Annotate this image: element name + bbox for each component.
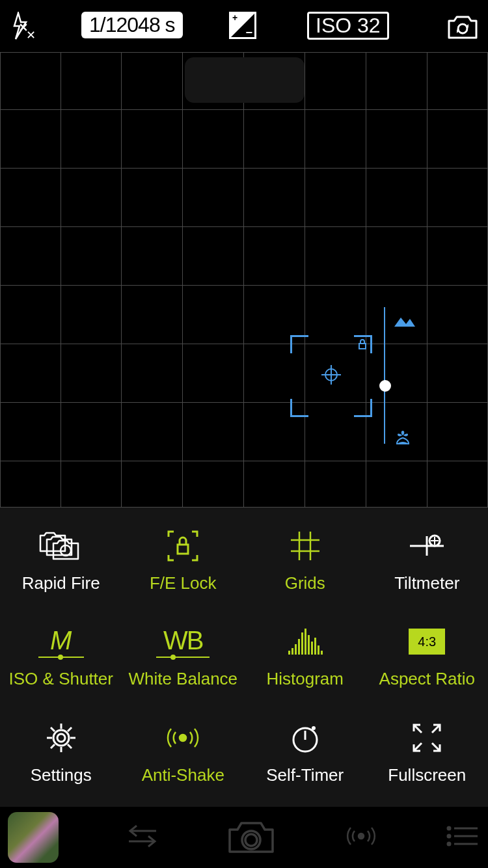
landscape-focus-icon[interactable] [393, 315, 416, 331]
focus-slider-knob[interactable] [379, 380, 391, 392]
tool-label: Fullscreen [388, 765, 466, 785]
svg-line-35 [68, 727, 72, 731]
tool-label: Aspect Ratio [379, 669, 475, 689]
tool-label: White Balance [128, 669, 237, 689]
svg-line-34 [68, 744, 72, 748]
swap-mode-icon[interactable] [125, 823, 160, 852]
gridline [243, 52, 244, 508]
svg-point-46 [448, 827, 450, 830]
svg-rect-26 [321, 651, 323, 655]
tool-label: Grids [285, 573, 325, 593]
tool-fullscreen[interactable]: Fullscreen [366, 705, 489, 800]
svg-rect-16 [288, 651, 290, 655]
tool-label: Tiltmeter [394, 573, 459, 593]
svg-rect-18 [295, 644, 297, 655]
flash-off-icon[interactable]: ✕ [9, 12, 35, 43]
gridline [0, 402, 488, 403]
tool-tiltmeter[interactable]: Tiltmeter [366, 513, 489, 608]
stabilization-icon[interactable] [343, 823, 379, 852]
gridline [0, 109, 488, 110]
gridline [427, 52, 427, 508]
tools-panel: Rapid Fire F/E Lock Grids [0, 508, 488, 807]
tool-histogram[interactable]: Histogram [244, 608, 366, 704]
histogram-icon [286, 623, 325, 660]
gridline [366, 52, 366, 508]
tool-label: ISO & Shutter [9, 669, 113, 689]
svg-point-37 [180, 735, 186, 741]
tool-aspect-ratio[interactable]: 4:3 Aspect Ratio [366, 608, 489, 704]
svg-point-28 [57, 734, 65, 742]
tool-label: Settings [31, 765, 92, 785]
plus-icon: + [232, 12, 237, 23]
tool-fe-lock[interactable]: F/E Lock [122, 513, 245, 608]
top-bar: ✕ 1/12048 s + − ISO 32 [0, 0, 488, 52]
focus-corner [290, 335, 308, 353]
gridline [0, 52, 488, 53]
shutter-button[interactable] [226, 817, 277, 858]
svg-rect-1 [359, 344, 366, 349]
shutter-speed-readout[interactable]: 1/12048 s [81, 12, 183, 38]
lock-icon [358, 339, 367, 352]
tool-iso-shutter[interactable]: M ISO & Shutter [0, 608, 122, 704]
gear-icon [44, 720, 78, 756]
manual-mode-icon: M [38, 623, 84, 660]
svg-point-44 [245, 834, 257, 846]
tool-label: Histogram [267, 669, 344, 689]
tool-settings[interactable]: Settings [0, 705, 122, 800]
timer-icon [289, 720, 321, 756]
svg-rect-24 [314, 638, 316, 655]
tool-self-timer[interactable]: Self-Timer [244, 705, 366, 800]
tool-rapid-fire[interactable]: Rapid Fire [0, 513, 122, 608]
svg-rect-23 [311, 642, 313, 655]
gallery-thumbnail[interactable] [8, 812, 59, 863]
svg-point-50 [448, 843, 450, 845]
rapid-fire-icon [38, 528, 85, 564]
fullscreen-icon [410, 720, 444, 756]
svg-point-48 [448, 835, 450, 837]
gridline [0, 226, 488, 227]
tool-anti-shake[interactable]: Anti-Shake [122, 705, 245, 800]
focus-slider-track[interactable] [384, 307, 385, 444]
svg-rect-20 [301, 632, 303, 655]
svg-line-33 [51, 727, 55, 731]
grid-icon [288, 528, 322, 564]
tool-label: Anti-Shake [142, 765, 224, 785]
macro-focus-icon[interactable] [394, 428, 411, 448]
tool-label: F/E Lock [150, 573, 217, 593]
gridline [0, 461, 488, 461]
crosshair-icon [321, 365, 341, 387]
tool-label: Self-Timer [266, 765, 344, 785]
gridline [305, 52, 305, 508]
iso-readout[interactable]: ISO 32 [307, 12, 389, 40]
focus-corner [354, 399, 372, 417]
minus-icon: − [245, 26, 252, 40]
svg-rect-21 [305, 629, 306, 655]
svg-rect-19 [298, 639, 300, 655]
aspect-ratio-value: 4:3 [409, 629, 445, 655]
exposure-compensation-icon[interactable]: + − [229, 12, 256, 39]
tool-white-balance[interactable]: WB White Balance [122, 608, 245, 704]
tool-label: Rapid Fire [22, 573, 100, 593]
bottom-bar [0, 807, 488, 868]
menu-list-icon[interactable] [445, 824, 480, 850]
switch-camera-icon[interactable] [446, 13, 479, 43]
tool-grids[interactable]: Grids [244, 513, 366, 608]
svg-rect-17 [291, 648, 293, 655]
gridline [121, 52, 122, 508]
tiltmeter-icon [407, 528, 446, 564]
gridline [0, 344, 488, 344]
svg-rect-22 [308, 635, 310, 655]
gridline [61, 52, 61, 508]
svg-point-27 [53, 730, 69, 746]
gridline [0, 285, 488, 286]
focus-reticle[interactable] [290, 335, 372, 417]
camera-viewfinder[interactable] [0, 52, 488, 508]
white-balance-icon: WB [156, 623, 210, 660]
gridline [182, 52, 183, 508]
svg-point-40 [312, 726, 316, 730]
gridline [0, 52, 1, 508]
notification-overlay [185, 57, 305, 103]
svg-text:✕: ✕ [26, 29, 35, 40]
svg-point-45 [359, 834, 364, 839]
svg-rect-6 [178, 545, 188, 554]
